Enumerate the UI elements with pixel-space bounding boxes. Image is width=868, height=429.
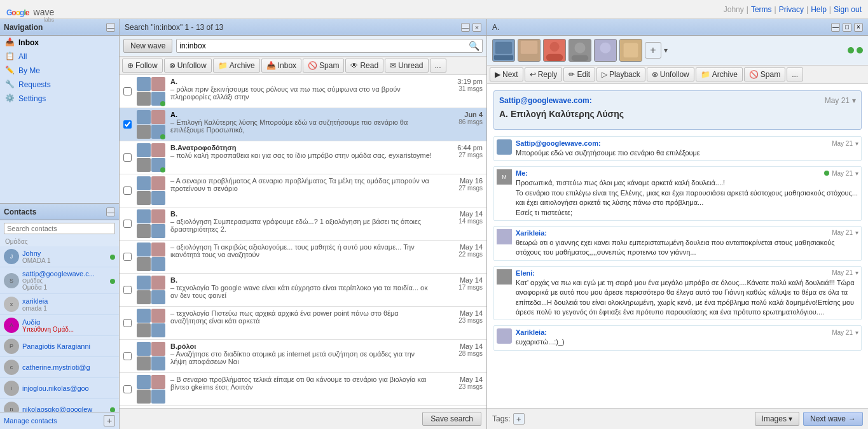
avatar [151, 243, 165, 257]
msg-expand-icon[interactable]: ▾ [855, 269, 858, 276]
wave-detail-minimize-btn[interactable]: — [831, 23, 840, 32]
participant-avatar-2[interactable] [518, 39, 541, 62]
wave-checkbox[interactable] [123, 352, 132, 360]
wave-detail-expand-btn[interactable]: □ [843, 23, 851, 32]
requests-icon: 🔧 [5, 80, 15, 90]
search-contacts-input[interactable] [4, 223, 115, 234]
more-button[interactable]: ... [430, 59, 446, 73]
wave-checkbox[interactable] [123, 87, 132, 95]
participant-avatar-6[interactable] [619, 39, 642, 62]
table-row[interactable]: May 14 1 msg [120, 406, 486, 408]
participant-avatar-3[interactable] [543, 39, 566, 62]
terms-link[interactable]: Terms [751, 5, 772, 14]
privacy-link[interactable]: Privacy [779, 5, 804, 14]
table-row[interactable]: Β. – τεχνολογία Το google wave είναι κάτ… [120, 274, 486, 307]
wave-list-close-btn[interactable]: × [472, 23, 481, 32]
avatar: J [4, 249, 19, 264]
wave-checkbox[interactable] [123, 286, 132, 294]
wave-checkbox[interactable] [123, 186, 132, 195]
msg-expand-icon[interactable]: ▾ [855, 170, 858, 177]
nav-minimize-btn[interactable]: — [106, 23, 115, 32]
detail-more-button[interactable]: ... [787, 67, 803, 81]
list-item[interactable]: i injoglou.nikolas@goo [0, 378, 119, 399]
sidebar-item-inbox[interactable]: 📥 Inbox [0, 36, 119, 50]
search-input[interactable] [179, 41, 469, 50]
signout-link[interactable]: Sign out [834, 5, 862, 14]
detail-unfollow-button[interactable]: ⊗ Unfollow [647, 67, 694, 81]
sidebar-item-byme[interactable]: ✏️ By Me [0, 64, 119, 78]
unread-button[interactable]: ✉ Unread [385, 59, 428, 73]
avatar [137, 356, 151, 370]
list-item[interactable]: P Panagiotis Karagianni [0, 336, 119, 357]
contacts-minimize-btn[interactable]: — [106, 207, 115, 216]
new-wave-button[interactable]: New wave [123, 39, 172, 53]
wave-detail-close-btn[interactable]: × [854, 23, 863, 32]
save-search-button[interactable]: Save search [422, 412, 481, 426]
table-row[interactable]: Β.Ανατροφοδότηση – πολύ καλή προσπαθεια … [120, 141, 486, 174]
edit-button[interactable]: ✏ Edit [563, 67, 595, 81]
wave-checkbox[interactable] [123, 220, 132, 228]
help-link[interactable]: Help [811, 5, 827, 14]
avatar: M [497, 169, 512, 185]
wave-checkbox[interactable] [123, 120, 132, 129]
add-tag-button[interactable]: + [513, 413, 525, 425]
reply-button[interactable]: ↩ Reply [525, 67, 563, 81]
participant-avatar-4[interactable] [568, 39, 591, 62]
read-button[interactable]: 👁 Read [345, 59, 383, 73]
wave-checkbox[interactable] [123, 319, 132, 327]
unfollow-button[interactable]: ⊗ Unfollow [164, 59, 212, 73]
list-item[interactable]: n nikolaosgko@googlew [0, 399, 119, 412]
msg-expand-icon[interactable]: ▾ [852, 96, 856, 105]
table-row[interactable]: – τεχνολογία Πιστεύω πως αρχικά αρχικά έ… [120, 307, 486, 340]
wave-preview: – Β σεναριο προβλήματος τελικά είπαμε οτ… [170, 376, 432, 391]
participant-avatar-5[interactable] [594, 39, 617, 62]
msg-expand-icon[interactable]: ▾ [855, 229, 858, 236]
next-button[interactable]: ▶ Next [490, 67, 523, 81]
list-item[interactable]: x xarikleia omada 1 [0, 294, 119, 315]
search-icon[interactable]: 🔍 [469, 41, 479, 51]
list-item[interactable]: J Johny OMADA 1 [0, 246, 119, 267]
spam-button[interactable]: 🚫 Spam [303, 59, 344, 73]
table-row[interactable]: A. – Επιλογή Καλύτερης λύσης Μπορούμε εδ… [120, 108, 486, 141]
table-row[interactable]: – Β σεναριο προβλήματος τελικά είπαμε οτ… [120, 373, 486, 406]
msg-expand-icon[interactable]: ▾ [855, 329, 858, 336]
add-contact-button[interactable]: + [104, 415, 115, 426]
follow-button[interactable]: ⊕ Follow [122, 59, 163, 73]
wave-list-minimize-btn[interactable]: — [461, 23, 470, 32]
avatar [497, 328, 512, 344]
avatar [137, 176, 151, 190]
list-item[interactable]: c catherine.mystrioti@g [0, 357, 119, 378]
participant-avatar-1[interactable] [492, 39, 515, 62]
table-row[interactable]: – αξιολόγηση Τι ακριβώς αξιολογούμε... τ… [120, 241, 486, 274]
participant-dropdown[interactable]: ▾ [664, 46, 668, 55]
avatar [151, 309, 165, 323]
inbox-button[interactable]: 📥 Inbox [261, 59, 301, 73]
wave-list-header: Search "in:inbox" 1 - 13 of 13 — × [120, 19, 486, 36]
table-row[interactable]: Β. – αξιολόγηση Συμπερασματα γράφουμε εδ… [120, 207, 486, 241]
wave-checkbox[interactable] [123, 385, 132, 393]
detail-archive-button[interactable]: 📁 Archive [696, 67, 743, 81]
table-row[interactable]: – Α σεναριο προβλήματος Α σεναριο προβλή… [120, 174, 486, 207]
add-participant-button[interactable]: + [645, 42, 661, 59]
sidebar-item-all[interactable]: 📋 All [0, 50, 119, 64]
avatar [137, 92, 151, 106]
table-row[interactable]: Β.ρόλοι – Αναζήτησε στο διαδίκτιο ατομικ… [120, 340, 486, 373]
images-button[interactable]: Images ▾ [755, 412, 799, 426]
sidebar-item-requests[interactable]: 🔧 Requests [0, 78, 119, 92]
next-wave-button[interactable]: Next wave → [803, 412, 863, 426]
tags-label: Tags: [492, 414, 511, 423]
wave-sender: Β.ρόλοι [170, 342, 432, 350]
playback-button[interactable]: ▷ Playback [596, 67, 645, 81]
list-item[interactable]: S sattip@googlewave.c... Ομάδας Ομάδα 1 [0, 267, 119, 294]
sidebar-item-settings[interactable]: ⚙️ Settings [0, 92, 119, 106]
detail-spam-button[interactable]: 🚫 Spam [744, 67, 785, 81]
wave-checkbox[interactable] [123, 153, 132, 162]
status-dot-online [110, 255, 115, 260]
wave-checkbox[interactable] [123, 253, 132, 261]
msg-expand-icon[interactable]: ▾ [855, 140, 858, 147]
list-item[interactable]: Λ Λυδία Υπεύθυνη Ομάδ... [0, 315, 119, 336]
manage-contacts-link[interactable]: Manage contacts [4, 417, 57, 425]
archive-button[interactable]: 📁 Archive [213, 59, 260, 73]
table-row[interactable]: A. – ρόλοι πριν ξεκινήσουμε τους ρόλους … [120, 75, 486, 108]
wave-preview: – Α σεναριο προβλήματος Α σεναριο προβλή… [170, 177, 432, 192]
